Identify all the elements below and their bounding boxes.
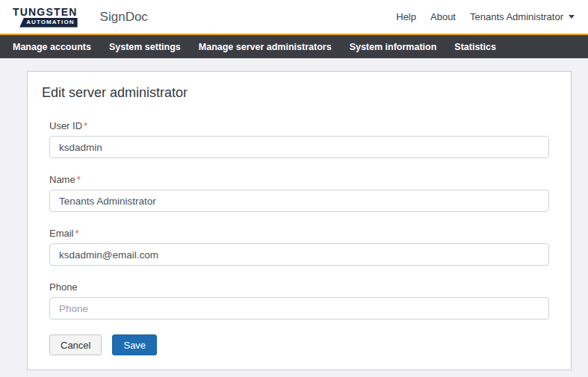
email-field[interactable] [49, 243, 549, 266]
phone-field[interactable] [49, 297, 549, 320]
save-button[interactable]: Save [112, 334, 157, 355]
help-link[interactable]: Help [396, 11, 416, 22]
user-id-group: User ID* [49, 119, 549, 158]
required-asterisk: * [77, 174, 81, 185]
edit-admin-form: User ID* Name* Email* Phone Cancel Save [49, 119, 549, 355]
name-group: Name* [49, 173, 549, 212]
cancel-button[interactable]: Cancel [49, 334, 102, 355]
app-title: SignDoc [100, 10, 148, 25]
user-id-field[interactable] [49, 136, 549, 158]
nav-item-system-settings[interactable]: System settings [109, 42, 181, 52]
name-label: Name* [49, 173, 549, 186]
header-links: Help About Tenants Administrator [396, 11, 575, 22]
name-field[interactable] [49, 190, 549, 212]
phone-group: Phone [49, 281, 549, 320]
nav-item-system-information[interactable]: System information [350, 42, 437, 52]
email-label: Email* [49, 227, 549, 240]
edit-server-administrator-card: Edit server administrator User ID* Name*… [27, 71, 572, 370]
logo-text-automation: AUTOMATION [19, 18, 77, 28]
app-header: TUNGSTEN AUTOMATION SignDoc Help About T… [0, 0, 588, 34]
email-group: Email* [49, 227, 549, 266]
user-id-label: User ID* [49, 119, 549, 132]
about-link[interactable]: About [430, 11, 456, 22]
required-asterisk: * [75, 228, 79, 239]
page-title: Edit server administrator [42, 84, 557, 102]
main-nav: Manage accounts System settings Manage s… [0, 34, 588, 58]
chevron-down-icon [569, 15, 575, 19]
required-asterisk: * [84, 120, 87, 131]
user-menu-label: Tenants Administrator [470, 11, 563, 22]
nav-item-statistics[interactable]: Statistics [454, 42, 496, 52]
logo-text-tungsten: TUNGSTEN [13, 7, 78, 18]
nav-item-manage-accounts[interactable]: Manage accounts [13, 42, 91, 52]
user-menu[interactable]: Tenants Administrator [470, 11, 575, 22]
tungsten-automation-logo[interactable]: TUNGSTEN AUTOMATION [13, 7, 78, 28]
form-actions: Cancel Save [49, 334, 549, 355]
phone-label: Phone [49, 281, 549, 293]
nav-item-manage-server-administrators[interactable]: Manage server administrators [199, 42, 332, 52]
